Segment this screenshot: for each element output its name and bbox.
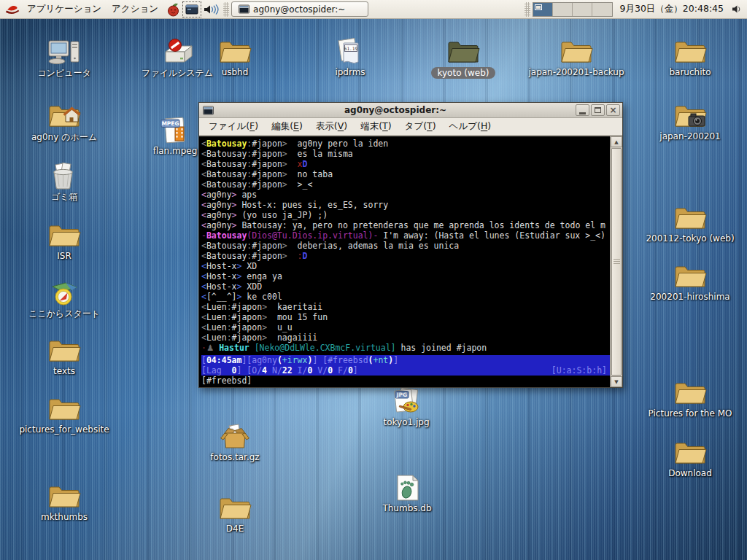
apple-applet-icon[interactable] (163, 1, 183, 18)
menu-item[interactable]: ファイル(F) (202, 119, 265, 134)
desktop-icon[interactable]: ここからスタート (24, 276, 104, 320)
minimize-button[interactable] (576, 104, 589, 116)
panel-handle[interactable] (223, 2, 229, 17)
terminal-line: <Luen:#japon> kaeritaii (201, 302, 610, 312)
terminal-line: <Batousay:#japon> ag0ny pero la iden (201, 139, 610, 149)
top-panel: アプリケーション アクション ag0ny@octospider:~ 9月30日（… (0, 0, 747, 19)
desktop-icon[interactable]: japan-200201-backup (536, 35, 616, 77)
folder-icon (673, 201, 707, 232)
desktop-icon-label: 200112-tokyo (web) (642, 233, 738, 244)
desktop-icon[interactable]: pictures_for_website (24, 392, 104, 435)
irc-statusbar-1: [04:45am][ag0ny(+irwx)] [#freebsd(+nt)] (201, 355, 610, 365)
terminal-line: <Luen:#japon> mou 15 fun (201, 312, 610, 322)
desktop-icon[interactable]: 200201-hiroshima (650, 260, 730, 302)
workspace-cell[interactable] (533, 3, 553, 16)
applications-menu[interactable]: アプリケーション (22, 1, 107, 18)
desktop-icon[interactable]: 61.19ipdrms (310, 35, 390, 77)
terminal-window: ag0ny@octospider:~ × ファイル(F)編集(E)表示(V)端末… (198, 102, 623, 388)
desktop-icon[interactable]: ISR (24, 219, 104, 261)
volume-applet-icon[interactable] (201, 2, 221, 17)
panel-handle[interactable] (525, 2, 530, 17)
terminal-menubar: ファイル(F)編集(E)表示(V)端末(T)タブ(T)ヘルプ(H) (199, 118, 622, 136)
desktop-icon-label: Pictures for the MO (645, 408, 736, 419)
scrollbar-down-icon[interactable]: ▼ (611, 376, 622, 387)
desktop-icon[interactable]: japan-200201 (650, 99, 730, 141)
desktop-icon[interactable]: usbhd (195, 35, 275, 77)
terminal-applet-icon[interactable] (183, 2, 201, 17)
desktop-icon[interactable]: baruchito (650, 35, 730, 77)
jpg-file-icon: JPG (390, 385, 423, 416)
desktop-icon-label: baruchito (665, 67, 714, 77)
svg-text:MPEG: MPEG (161, 120, 179, 127)
computer-icon (47, 35, 81, 66)
actions-menu-label: アクション (112, 3, 158, 15)
folder-icon (673, 35, 707, 66)
workspace-cell[interactable] (553, 3, 573, 16)
workspace-switcher (533, 2, 613, 17)
close-button[interactable]: × (606, 104, 620, 116)
desktop-icon[interactable]: 200112-tokyo (web) (650, 201, 730, 244)
desktop-icon-label: ipdrms (331, 67, 368, 77)
actions-menu[interactable]: アクション (107, 1, 163, 18)
desktop-icon[interactable]: mkthumbs (24, 480, 104, 522)
terminal-line: <Host-x> enga ya (201, 271, 610, 281)
desktop-icon[interactable]: Pictures for the MO (650, 376, 730, 419)
desktop-icon[interactable]: texts (24, 334, 104, 376)
desktop-icon[interactable]: ag0ny のホーム (24, 99, 104, 144)
terminal-line: <ag0ny> (yo uso ja_JP) ;) (201, 210, 610, 220)
terminal-screen[interactable]: <Batousay:#japon> ag0ny pero la iden<Bat… (199, 136, 610, 387)
menu-item[interactable]: ヘルプ(H) (443, 119, 498, 134)
svg-text:61.19: 61.19 (344, 46, 358, 51)
maximize-icon (595, 107, 601, 113)
desktop-icon-label: ISR (53, 251, 75, 261)
redhat-logo-icon[interactable] (3, 1, 22, 17)
home-folder-icon (47, 99, 81, 130)
desktop-icon[interactable]: Thumbs.db (367, 471, 447, 513)
menu-item[interactable]: 端末(T) (354, 119, 398, 134)
desktop-icon-label: texts (50, 366, 79, 376)
menu-item[interactable]: タブ(T) (398, 119, 443, 134)
camera-folder-icon (673, 99, 707, 130)
desktop-icon[interactable]: fotos.tar.gz (195, 420, 275, 462)
clock-applet[interactable]: 9月30日（金）20:48:45 (620, 3, 724, 15)
menu-item[interactable]: 編集(E) (265, 119, 309, 134)
desktop-icon[interactable]: kyoto (web) (423, 35, 503, 79)
dark-folder-icon (446, 35, 480, 66)
text-file-icon: 61.19 (333, 35, 367, 66)
terminal-line: -Batousay(Dios@Tu.Dios.ip.virtual)- I'm … (201, 230, 610, 241)
folder-icon (673, 436, 707, 467)
scrollbar-thumb[interactable] (611, 148, 622, 376)
scrollbar-up-icon[interactable]: ▲ (611, 136, 622, 147)
window-list-terminal-icon (239, 4, 249, 14)
desktop-icon-label: usbhd (218, 67, 252, 77)
close-icon: × (609, 106, 616, 114)
folder-icon (47, 480, 81, 510)
volume-status-icon[interactable] (729, 3, 744, 15)
desktop-icon-label: 200201-hiroshima (646, 292, 733, 302)
window-list-button[interactable]: ag0ny@octospider:~ (231, 1, 368, 17)
irc-input-line[interactable]: [#freebsd] (201, 376, 610, 386)
svg-text:JPG: JPG (396, 392, 407, 398)
filesystem-icon (160, 35, 194, 66)
folder-icon (218, 35, 252, 66)
terminal-line: <Luen:#japon> u_u (201, 322, 610, 332)
desktop-icon[interactable]: JPGtokyo1.jpg (366, 385, 446, 427)
desktop-icon[interactable]: コンピュータ (24, 35, 104, 79)
maximize-button[interactable] (591, 104, 605, 116)
menu-item[interactable]: 表示(V) (309, 119, 354, 134)
desktop-icon[interactable]: D4E (195, 491, 275, 534)
desktop-icon[interactable]: Download (650, 436, 730, 478)
desktop-icon-label: japan-200201-backup (525, 67, 627, 77)
desktop-icon-label: ゴミ箱 (47, 191, 82, 203)
workspace-cell[interactable] (592, 3, 612, 16)
desktop-icon-label: mkthumbs (37, 512, 91, 522)
terminal-line: <Host-x> XDD (201, 281, 610, 292)
desktop-icon-label: tokyo1.jpg (379, 417, 433, 427)
window-titlebar[interactable]: ag0ny@octospider:~ × (199, 103, 622, 118)
terminal-line: <[^__^]> ke c00l (201, 292, 610, 302)
desktop-icon[interactable]: ゴミ箱 (24, 159, 104, 203)
terminal-line: <Batousay:#japon> deberias, ademas la mi… (201, 241, 610, 251)
desktop-icon-label: Thumbs.db (379, 503, 435, 513)
workspace-cell[interactable] (573, 3, 592, 16)
terminal-line: <Batousay:#japon> xD (201, 159, 610, 169)
